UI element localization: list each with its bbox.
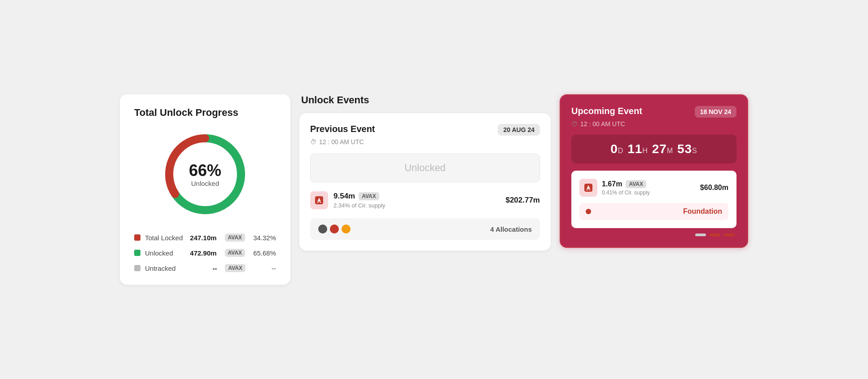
upcoming-event-time: ⏱ 12 : 00 AM UTC	[571, 120, 736, 128]
svg-rect-5	[317, 202, 319, 203]
legend-untracked-value: --	[212, 264, 217, 272]
page-dot-2[interactable]	[710, 234, 720, 236]
countdown-hours: 11	[627, 142, 642, 156]
upcoming-event-time-text: 12 : 00 AM UTC	[580, 120, 625, 128]
legend-locked-pct: 34.32%	[253, 234, 276, 242]
allocations-footer[interactable]: 4 Allocations	[310, 218, 540, 240]
avax-logo-svg	[314, 195, 324, 206]
seconds-unit: S	[692, 147, 697, 154]
legend: Total Locked 247.10m AVAX 34.32% Unlocke…	[134, 234, 276, 272]
unlocked-status-box: Unlocked	[310, 154, 540, 182]
donut-wrapper: 66% Unlocked	[160, 129, 250, 219]
previous-alloc-amount: 9.54m	[333, 192, 355, 201]
foundation-dot	[586, 209, 591, 214]
legend-unlocked-value: 472.90m	[190, 249, 216, 257]
svg-rect-6	[320, 202, 321, 203]
upcoming-alloc-usd: $60.80m	[700, 184, 728, 192]
countdown-days: 0	[610, 142, 618, 156]
previous-allocation-info: 9.54m AVAX 2.34% of Cir. supply $202.77m	[310, 191, 540, 209]
previous-event-time-text: 12 : 00 AM UTC	[319, 138, 364, 145]
foundation-row: Foundation	[579, 203, 728, 220]
unlock-events-section: Unlock Events Previous Event 20 AUG 24 ⏱…	[299, 94, 551, 251]
unlocked-dot	[134, 250, 140, 256]
alloc-dot-1	[318, 225, 327, 234]
countdown-minutes: 27	[652, 142, 667, 156]
legend-unlocked-name: Unlocked	[145, 249, 185, 257]
untracked-dot	[134, 265, 140, 271]
left-card-title: Total Unlock Progress	[134, 107, 276, 119]
minutes-unit: M	[667, 147, 673, 154]
page-dot-3[interactable]	[724, 234, 735, 236]
previous-event-card: Previous Event 20 AUG 24 ⏱ 12 : 00 AM UT…	[299, 113, 551, 251]
upcoming-alloc-details: 1.67m AVAX 0.41% of Cir. supply	[602, 180, 696, 196]
upcoming-event-header: Upcoming Event 18 NOV 24	[571, 106, 736, 118]
previous-event-date: 20 AUG 24	[498, 124, 540, 136]
upcoming-avax-icon	[579, 179, 597, 197]
countdown-text: 0D 11H 27M 53S	[610, 142, 697, 156]
donut-center: 66% Unlocked	[189, 162, 221, 187]
donut-label: Unlocked	[189, 179, 221, 187]
donut-chart-container: 66% Unlocked	[134, 129, 276, 219]
main-container: Total Unlock Progress 66% Unlocked	[120, 94, 748, 285]
clock-icon: ⏱	[310, 138, 316, 145]
upcoming-event-card: Upcoming Event 18 NOV 24 ⏱ 12 : 00 AM UT…	[560, 94, 748, 248]
previous-event-title: Previous Event	[310, 124, 375, 134]
upcoming-alloc-badge: AVAX	[626, 180, 646, 188]
svg-rect-10	[589, 190, 591, 190]
legend-locked-badge: AVAX	[225, 234, 245, 242]
pagination	[571, 234, 736, 236]
unlocked-status-text: Unlocked	[404, 162, 446, 173]
foundation-label: Foundation	[683, 207, 722, 216]
legend-untracked-name: Untracked	[145, 264, 208, 272]
avax-icon	[310, 191, 328, 209]
previous-alloc-supply: 2.34% of Cir. supply	[333, 202, 500, 209]
legend-row-untracked: Untracked -- AVAX --	[134, 264, 276, 272]
legend-unlocked-pct: 65.68%	[253, 249, 276, 257]
upcoming-alloc-supply: 0.41% of Cir. supply	[602, 190, 696, 196]
legend-row-unlocked: Unlocked 472.90m AVAX 65.68%	[134, 249, 276, 257]
legend-locked-name: Total Locked	[145, 234, 185, 242]
alloc-dot-2	[330, 225, 339, 234]
allocation-dots	[318, 225, 351, 234]
hours-unit: H	[642, 147, 648, 154]
legend-unlocked-badge: AVAX	[225, 249, 245, 257]
countdown-box: 0D 11H 27M 53S	[571, 135, 736, 163]
previous-event-time: ⏱ 12 : 00 AM UTC	[310, 138, 540, 145]
allocations-count: 4 Allocations	[490, 225, 532, 233]
upcoming-inner-card: 1.67m AVAX 0.41% of Cir. supply $60.80m …	[571, 171, 736, 228]
legend-untracked-badge: AVAX	[225, 264, 245, 272]
upcoming-alloc-amount: 1.67m	[602, 180, 622, 188]
countdown-seconds: 53	[677, 142, 692, 156]
legend-untracked-pct: --	[254, 264, 276, 272]
upcoming-alloc-amount-row: 1.67m AVAX	[602, 180, 696, 188]
previous-alloc-usd: $202.77m	[505, 196, 540, 205]
locked-dot	[134, 234, 140, 241]
upcoming-avax-logo-svg	[583, 182, 594, 193]
days-unit: D	[618, 147, 624, 154]
upcoming-clock-icon: ⏱	[571, 120, 578, 128]
previous-event-header: Previous Event 20 AUG 24	[310, 124, 540, 136]
previous-alloc-details: 9.54m AVAX 2.34% of Cir. supply	[333, 192, 500, 209]
donut-percent: 66%	[189, 162, 221, 180]
upcoming-alloc-row: 1.67m AVAX 0.41% of Cir. supply $60.80m	[579, 179, 728, 197]
upcoming-event-title: Upcoming Event	[571, 106, 642, 116]
previous-alloc-badge: AVAX	[359, 192, 379, 200]
page-dot-1[interactable]	[695, 234, 706, 236]
alloc-dot-3	[342, 225, 351, 234]
svg-rect-9	[586, 190, 588, 190]
legend-locked-value: 247.10m	[190, 234, 216, 242]
unlock-progress-card: Total Unlock Progress 66% Unlocked	[120, 94, 290, 285]
previous-alloc-amount-row: 9.54m AVAX	[333, 192, 500, 201]
section-title: Unlock Events	[299, 94, 551, 106]
legend-row-locked: Total Locked 247.10m AVAX 34.32%	[134, 234, 276, 242]
upcoming-event-date: 18 NOV 24	[695, 106, 736, 118]
